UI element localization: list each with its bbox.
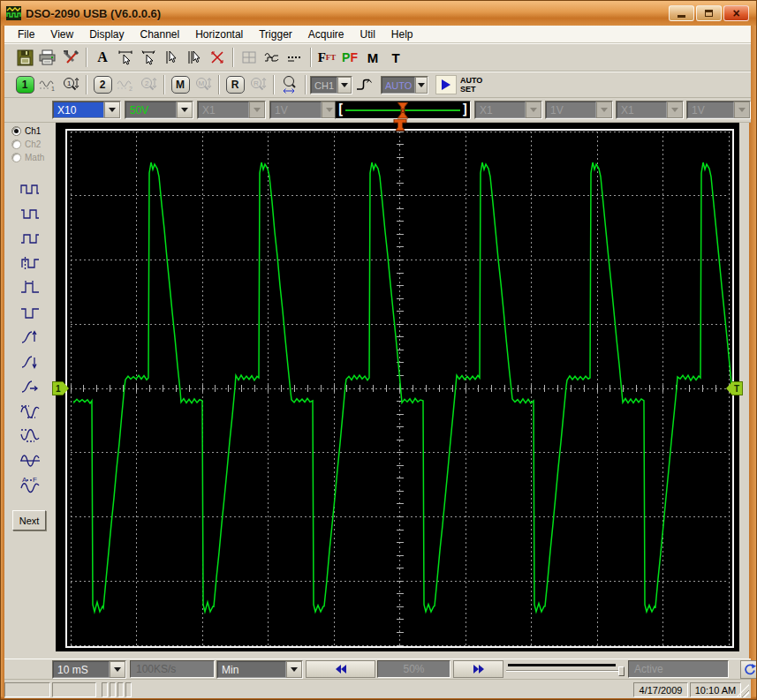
dropdown-arrow-button — [596, 102, 612, 118]
autoset-button[interactable]: AUTO SET — [460, 76, 482, 94]
menu-util[interactable]: Util — [352, 26, 383, 42]
ref-enable-button[interactable]: R — [223, 74, 246, 96]
status-cell — [110, 682, 116, 697]
run-button[interactable] — [435, 75, 457, 94]
menu-bar: File View Display Channel Horizontal Tri… — [4, 26, 751, 43]
menu-help[interactable]: Help — [383, 26, 421, 42]
measure-edge-button[interactable] — [4, 374, 56, 399]
math-icon: M — [367, 50, 379, 65]
menu-file[interactable]: File — [10, 26, 42, 42]
ch2-enable-button[interactable]: 2 — [91, 74, 114, 96]
measure-period-button[interactable] — [4, 226, 56, 251]
menu-horizontal[interactable]: Horizontal — [187, 26, 251, 42]
horizontal-zoom-button[interactable] — [278, 74, 301, 96]
radio-ch2[interactable]: Ch2 — [4, 138, 56, 151]
minimize-button[interactable] — [669, 5, 694, 21]
status-cell — [125, 682, 132, 697]
trigger-position-slider[interactable]: [ 0 ] — [335, 101, 471, 119]
math-button[interactable]: M — [361, 47, 384, 69]
ch1-probe-select[interactable]: X10 — [52, 101, 121, 119]
status-cell — [117, 682, 124, 697]
next-button[interactable]: Next — [12, 510, 46, 531]
svg-text:1: 1 — [51, 86, 55, 92]
math-enable-button[interactable]: M — [169, 74, 192, 96]
dropdown-arrow-button[interactable] — [104, 102, 120, 118]
measure-rise-time-button[interactable] — [4, 325, 56, 350]
text-annotation-button[interactable]: A — [91, 47, 114, 69]
measure-amplitude-icon — [19, 401, 41, 422]
trigger-source-select[interactable]: CH1 — [310, 76, 352, 94]
ref-vzoom-button[interactable]: R — [246, 74, 269, 96]
reference-wave-button[interactable] — [261, 47, 284, 69]
math-vzoom-button[interactable]: M — [192, 74, 215, 96]
menu-display[interactable]: Display — [81, 26, 132, 42]
save-button[interactable] — [13, 47, 36, 69]
ch2-vzoom-button[interactable]: 2 — [137, 74, 160, 96]
settings-button[interactable] — [59, 47, 82, 69]
trigger-level-marker[interactable]: T — [726, 381, 743, 395]
trigger-position-marker[interactable]: 0 — [397, 102, 408, 119]
interpolation-select[interactable]: Min — [216, 660, 303, 679]
cursor-arrow-button[interactable] — [160, 47, 183, 69]
scroll-left-button[interactable] — [306, 660, 375, 678]
persistence-button[interactable] — [284, 47, 307, 69]
math-probe-select: X1 — [474, 101, 542, 119]
ch1-enable-button[interactable]: 1 — [13, 74, 36, 96]
ch1-volts-select[interactable]: 50V — [125, 101, 193, 119]
dropdown-arrow-button[interactable] — [286, 661, 302, 678]
pass-fail-button[interactable]: PF — [338, 47, 361, 69]
measure-duty-cycle-button[interactable] — [4, 251, 56, 275]
maximize-button[interactable] — [696, 5, 722, 21]
close-button[interactable]: × — [723, 5, 749, 21]
grid-toggle-button[interactable] — [238, 47, 261, 69]
dropdown-arrow-button[interactable] — [110, 661, 125, 678]
radio-ch1[interactable]: Ch1 — [4, 124, 56, 138]
status-cell — [102, 682, 108, 697]
dropdown-arrow-button[interactable] — [177, 102, 193, 118]
trigger-time-marker[interactable] — [393, 119, 407, 132]
menu-channel[interactable]: Channel — [132, 26, 188, 42]
slider-handle[interactable] — [618, 666, 625, 676]
scroll-right-button[interactable] — [453, 660, 503, 678]
measure-pos-width-button[interactable] — [4, 177, 56, 201]
trigger-slope-button[interactable] — [352, 74, 375, 96]
cursor-horizontal-button[interactable] — [114, 47, 137, 69]
horizontal-position-slider[interactable] — [506, 662, 625, 676]
svg-text:R: R — [254, 79, 259, 87]
measure-pos-pulse-button[interactable] — [4, 275, 56, 300]
measure-neg-pulse-button[interactable] — [4, 300, 56, 325]
waveform-plot[interactable] — [67, 131, 732, 646]
ch2-waveform-button[interactable]: 2 — [114, 74, 137, 96]
cursor-vertical-button[interactable] — [137, 47, 160, 69]
refresh-icon — [743, 663, 757, 677]
text-label-button[interactable]: T — [384, 47, 407, 69]
menu-trigger[interactable]: Trigger — [251, 26, 300, 42]
refresh-button[interactable] — [740, 660, 757, 679]
measure-custom-af-button[interactable]: AF — [4, 473, 56, 498]
fft-button[interactable]: FFT — [315, 47, 338, 69]
trigger-mode-select[interactable]: AUTO — [381, 76, 428, 94]
ch1-level-marker[interactable]: 1 — [52, 381, 69, 395]
menu-view[interactable]: View — [42, 26, 81, 42]
menu-acquire[interactable]: Acquire — [300, 26, 352, 42]
slider-groove — [506, 670, 621, 672]
measure-min-button[interactable] — [4, 424, 56, 448]
ch1-waveform-button[interactable]: 1 — [36, 74, 59, 96]
measure-amplitude-button[interactable] — [4, 399, 56, 424]
timebase-select[interactable]: 10 mS — [52, 660, 126, 679]
dropdown-arrow-button[interactable] — [415, 77, 428, 94]
measure-mean-button[interactable] — [4, 448, 56, 473]
delete-cursor-icon — [209, 49, 225, 65]
print-button[interactable] — [36, 47, 59, 69]
dropdown-arrow-button[interactable] — [337, 77, 352, 94]
ch1-vzoom-button[interactable]: 1 — [59, 74, 82, 96]
measure-neg-width-button[interactable] — [4, 201, 56, 226]
cursor-ibeam-button[interactable] — [183, 47, 206, 69]
delete-cursor-button[interactable] — [206, 47, 229, 69]
scope-display[interactable]: 1 T — [56, 123, 739, 651]
plot-frame — [65, 129, 734, 648]
measure-fall-time-button[interactable] — [4, 350, 56, 374]
radio-math[interactable]: Math — [4, 151, 56, 164]
rising-slope-icon — [355, 77, 373, 93]
measure-custom-af-icon: AF — [19, 475, 41, 496]
